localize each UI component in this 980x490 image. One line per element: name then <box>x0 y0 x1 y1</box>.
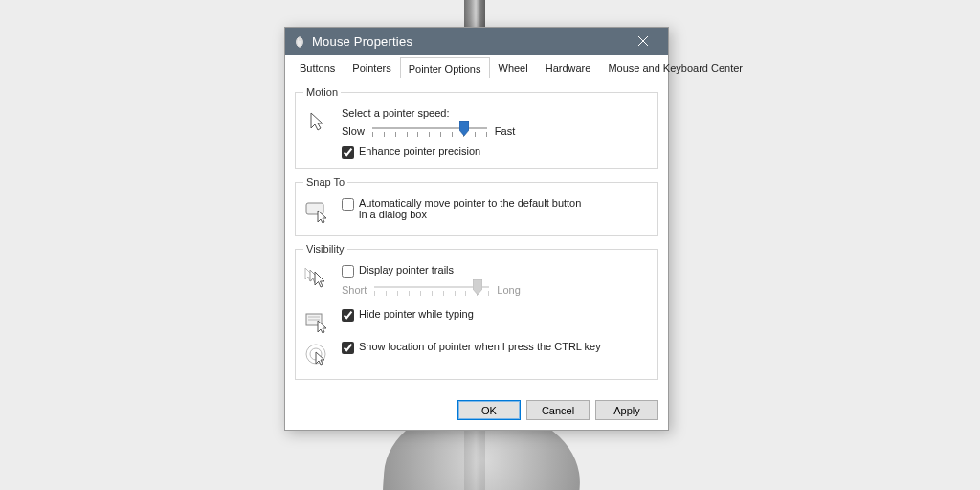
tab-wheel[interactable]: Wheel <box>490 57 537 78</box>
svg-marker-18 <box>316 352 324 365</box>
close-button[interactable] <box>624 28 662 55</box>
long-label: Long <box>497 284 520 296</box>
apply-button[interactable]: Apply <box>595 400 658 420</box>
pointer-trails-checkbox[interactable]: Display pointer trails <box>342 264 650 278</box>
close-icon <box>638 36 648 46</box>
tab-buttons[interactable]: Buttons <box>291 57 344 78</box>
group-motion-legend: Motion <box>303 86 341 98</box>
snap-to-label: Automatically move pointer to the defaul… <box>359 197 589 220</box>
window-title: Mouse Properties <box>312 34 624 49</box>
tab-pointer-options[interactable]: Pointer Options <box>400 57 490 78</box>
group-visibility-legend: Visibility <box>303 243 347 255</box>
group-visibility: Visibility Display pointer trails <box>295 243 658 380</box>
hide-typing-label: Hide pointer while typing <box>359 308 474 320</box>
pointer-trails-thumb <box>473 279 482 295</box>
svg-marker-10 <box>315 272 324 287</box>
tab-mouse-keyboard-center[interactable]: Mouse and Keyboard Center <box>599 57 751 78</box>
tab-pointers[interactable]: Pointers <box>344 57 399 78</box>
enhance-precision-label: Enhance pointer precision <box>359 145 480 157</box>
tab-strip: Buttons Pointers Pointer Options Wheel H… <box>285 55 668 78</box>
snap-to-checkbox[interactable]: Automatically move pointer to the defaul… <box>342 197 650 220</box>
mouse-icon <box>293 34 306 48</box>
ctrl-locate-label: Show location of pointer when I press th… <box>359 341 601 352</box>
pointer-speed-label: Select a pointer speed: <box>342 107 650 119</box>
snap-to-icon <box>303 197 332 226</box>
pointer-trails-label: Display pointer trails <box>359 264 454 276</box>
group-snap-to-legend: Snap To <box>303 176 347 188</box>
pointer-trails-icon <box>303 264 332 293</box>
slider-ticks <box>372 132 487 137</box>
svg-rect-6 <box>306 203 323 214</box>
hide-typing-icon <box>303 308 332 337</box>
tab-panel-pointer-options: Motion Select a pointer speed: Slow <box>285 78 668 392</box>
svg-marker-4 <box>311 113 323 130</box>
ctrl-locate-icon <box>303 341 332 369</box>
svg-marker-5 <box>459 121 469 136</box>
pointer-speed-icon <box>303 107 332 136</box>
dialog-footer: OK Cancel Apply <box>285 392 668 430</box>
pointer-speed-thumb[interactable] <box>459 121 469 136</box>
mouse-properties-dialog: Mouse Properties Buttons Pointers Pointe… <box>284 27 669 431</box>
cancel-button[interactable]: Cancel <box>526 400 590 420</box>
enhance-precision-checkbox[interactable]: Enhance pointer precision <box>342 145 650 159</box>
short-label: Short <box>342 284 367 296</box>
fast-label: Fast <box>495 125 515 137</box>
group-motion: Motion Select a pointer speed: Slow <box>295 86 658 169</box>
ctrl-locate-checkbox[interactable]: Show location of pointer when I press th… <box>342 341 650 354</box>
pointer-speed-slider[interactable] <box>372 122 487 140</box>
titlebar[interactable]: Mouse Properties <box>285 28 668 55</box>
tab-hardware[interactable]: Hardware <box>537 57 600 78</box>
group-snap-to: Snap To Automatically move pointer to th… <box>295 176 658 236</box>
pointer-trails-slider <box>374 281 489 299</box>
hide-typing-checkbox[interactable]: Hide pointer while typing <box>342 308 650 322</box>
svg-marker-11 <box>473 279 482 295</box>
slow-label: Slow <box>342 125 365 137</box>
ok-button[interactable]: OK <box>457 400 521 420</box>
